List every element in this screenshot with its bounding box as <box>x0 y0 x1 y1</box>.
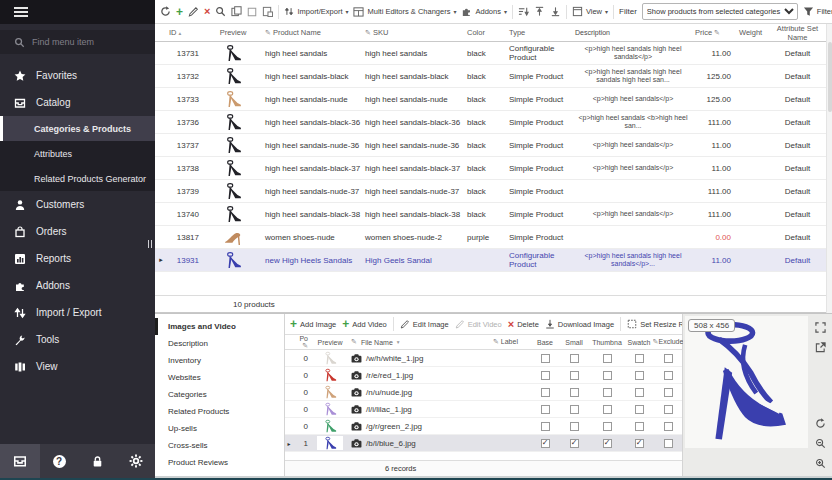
column-header-exclude[interactable]: ✎ Exclude <box>653 338 683 346</box>
add-image-button[interactable]: +Add Image <box>290 318 336 330</box>
column-header-base[interactable]: Base <box>531 339 559 346</box>
checkbox-exclude[interactable] <box>653 371 683 380</box>
delete-image-button[interactable]: ×Delete <box>508 319 539 330</box>
hamburger-menu-icon[interactable] <box>13 6 29 18</box>
column-header-product-name[interactable]: ✎ Product Name <box>263 28 363 37</box>
tab-cross-sells[interactable]: Cross-sells <box>155 437 284 454</box>
add-product-button[interactable]: + <box>176 6 183 18</box>
addons-menu[interactable]: Addons▾ <box>461 6 506 17</box>
column-header-swatch[interactable]: Swatch <box>625 339 653 346</box>
checkbox-exclude[interactable] <box>653 422 683 431</box>
catalog-footer-icon[interactable] <box>0 444 40 478</box>
open-external-icon[interactable] <box>813 340 827 354</box>
product-row[interactable]: 13740 high heel sandals-black-38high hee… <box>155 203 826 226</box>
checkbox-exclude[interactable] <box>653 388 683 397</box>
checkbox-thumbnail[interactable] <box>589 354 625 363</box>
sidebar-item-customers[interactable]: Customers <box>0 191 155 218</box>
product-row[interactable]: 13739 high heel sandals-nude-37high heel… <box>155 180 826 203</box>
tab-up-sells[interactable]: Up-sells <box>155 420 284 437</box>
checkbox-exclude[interactable] <box>653 405 683 414</box>
checkbox-small[interactable] <box>559 422 589 431</box>
sidebar-item-view[interactable]: View <box>0 353 155 380</box>
help-icon[interactable]: ? <box>40 455 78 468</box>
image-row[interactable]: ▸1 /b/l/blue_6.jpg✓✓✓✓ <box>285 435 682 452</box>
select-checkbox-icon[interactable] <box>247 7 257 17</box>
image-row[interactable]: 0 /w/h/white_1.jpg <box>285 350 682 367</box>
column-header-thumbna[interactable]: Thumbna <box>589 339 625 346</box>
row-selector[interactable]: ▸ <box>155 256 167 264</box>
tab-websites[interactable]: Websites <box>155 369 284 386</box>
sidebar-item-orders[interactable]: Orders <box>0 218 155 245</box>
checkbox-swatch[interactable]: ✓ <box>625 439 653 448</box>
column-header-type[interactable]: Type <box>507 28 573 37</box>
sidebar-item-categories-products[interactable]: Categories & Products <box>0 116 155 141</box>
column-header-label[interactable]: ✎ Label <box>491 338 531 346</box>
checkbox-base[interactable] <box>531 354 559 363</box>
checkbox-swatch[interactable] <box>625 354 653 363</box>
tab-description[interactable]: Description <box>155 335 284 352</box>
filters-menu[interactable]: Filters▾ <box>803 6 832 17</box>
set-resize-rule-button[interactable]: Set Resize Rule▾ <box>627 319 682 329</box>
checkbox-thumbnail[interactable] <box>589 405 625 414</box>
tab-images-and-video[interactable]: Images and Video <box>155 318 284 335</box>
multi-editors-menu[interactable]: Multi Editors & Changers▾ <box>353 6 456 17</box>
checkbox-base[interactable]: ✓ <box>531 439 559 448</box>
product-row[interactable]: ▸13931 new High Heels SandalsHigh Geels … <box>155 249 826 272</box>
fullscreen-icon[interactable] <box>813 320 827 334</box>
checkbox-thumbnail[interactable] <box>589 371 625 380</box>
lock-icon[interactable] <box>78 455 116 468</box>
column-header-id[interactable]: ID ▴ <box>167 28 203 37</box>
checkbox-base[interactable] <box>531 388 559 397</box>
image-row[interactable]: 0 /n/u/nude.jpg <box>285 384 682 401</box>
collapse-all-icon[interactable] <box>550 6 561 17</box>
copy-button[interactable] <box>231 6 242 17</box>
view-menu[interactable]: View▾ <box>572 6 608 17</box>
image-row[interactable]: 0 /g/r/green_2.jpg <box>285 418 682 435</box>
checkbox-exclude[interactable] <box>653 439 683 448</box>
sidebar-item-import-export[interactable]: Import / Export <box>0 299 155 326</box>
checkbox-swatch[interactable] <box>625 422 653 431</box>
checkbox-swatch[interactable] <box>625 405 653 414</box>
sidebar-item-reports[interactable]: Reports <box>0 245 155 272</box>
column-header-preview[interactable]: Preview <box>311 339 349 346</box>
column-header-po[interactable]: Po ✎ <box>293 335 311 350</box>
column-header-weight[interactable]: Weight <box>737 28 769 37</box>
category-filter-select[interactable]: Show products from selected categories <box>642 3 798 20</box>
vertical-scrollbar[interactable] <box>826 24 832 313</box>
refresh-button[interactable] <box>160 6 171 17</box>
checkbox-small[interactable] <box>559 405 589 414</box>
edit-image-button[interactable]: Edit Image <box>400 319 449 329</box>
sidebar-splitter-handle[interactable] <box>146 234 154 254</box>
download-image-button[interactable]: Download Image <box>545 319 614 329</box>
checkbox-swatch[interactable] <box>625 371 653 380</box>
column-header-attribute-set-name[interactable]: Attribute Set Name <box>769 24 826 42</box>
search-products-button[interactable] <box>215 6 226 17</box>
checkbox-small[interactable]: ✓ <box>559 439 589 448</box>
product-row[interactable]: 13731 high heel sandalshigh heel sandals… <box>155 42 826 65</box>
sidebar-item-addons[interactable]: Addons <box>0 272 155 299</box>
duplicate-button[interactable] <box>262 6 273 17</box>
scrollbar-thumb[interactable] <box>828 42 832 112</box>
add-video-button[interactable]: +Add Video <box>342 318 387 330</box>
checkbox-base[interactable] <box>531 422 559 431</box>
checkbox-small[interactable] <box>559 354 589 363</box>
zoom-out-icon[interactable] <box>813 436 827 450</box>
column-header-sku[interactable]: ✎ SKU <box>363 28 465 37</box>
image-row[interactable]: 0 /l/i/lilac_1.jpg <box>285 401 682 418</box>
tab-categories[interactable]: Categories <box>155 386 284 403</box>
column-header-preview[interactable]: Preview <box>203 28 263 37</box>
edit-product-button[interactable] <box>188 6 199 17</box>
sort-columns-icon[interactable] <box>518 6 529 17</box>
column-header-file-name[interactable]: ✎ File Name ▾ <box>349 338 491 346</box>
sidebar-item-related-products-generator[interactable]: Related Products Generator <box>0 166 155 191</box>
zoom-in-icon[interactable] <box>813 456 827 470</box>
settings-gear-icon[interactable] <box>117 454 155 468</box>
column-header-description[interactable]: Description <box>573 29 693 37</box>
sidebar-item-tools[interactable]: Tools <box>0 326 155 353</box>
checkbox-exclude[interactable] <box>653 354 683 363</box>
product-row[interactable]: 13736 high heel sandals-black-36high hee… <box>155 111 826 134</box>
checkbox-thumbnail[interactable] <box>589 388 625 397</box>
checkbox-small[interactable] <box>559 388 589 397</box>
tab-related-products[interactable]: Related Products <box>155 403 284 420</box>
checkbox-small[interactable] <box>559 371 589 380</box>
